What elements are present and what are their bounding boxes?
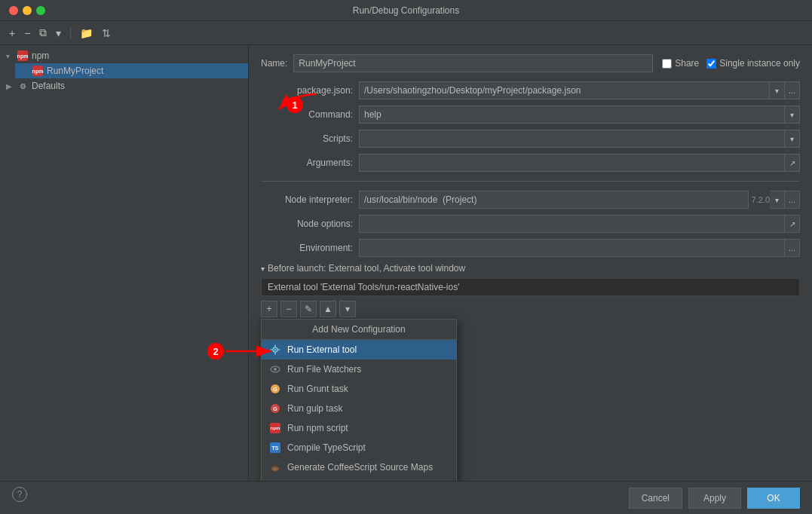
environment-extra-btn[interactable]: … bbox=[785, 239, 800, 257]
before-launch-section: ▾ Before launch: External tool, Activate… bbox=[261, 263, 800, 317]
node-interpreter-row: Node interpreter: 7.2.0 ▾ … bbox=[261, 191, 800, 209]
window-controls[interactable] bbox=[9, 6, 45, 15]
typescript-icon: TS bbox=[269, 442, 281, 454]
tree-label-npm: npm bbox=[32, 50, 49, 61]
arguments-label: Arguments: bbox=[261, 158, 359, 168]
copy-config-button[interactable]: ⧉ bbox=[36, 25, 50, 41]
dropdown-menu-header: Add New Configuration bbox=[262, 320, 456, 340]
menu-item-compile-typescript[interactable]: TS Compile TypeScript bbox=[262, 438, 456, 457]
command-input[interactable] bbox=[359, 106, 785, 124]
scripts-row: Scripts: ▾ bbox=[261, 130, 800, 148]
section-separator bbox=[261, 181, 800, 182]
coffee-icon bbox=[269, 461, 281, 473]
content-area: ▾ npm npm npm RunMyProject bbox=[0, 45, 812, 481]
close-button[interactable] bbox=[9, 6, 18, 15]
share-checkbox[interactable] bbox=[662, 59, 672, 69]
menu-item-run-file-watchers[interactable]: Run File Watchers bbox=[262, 359, 456, 379]
svg-rect-5 bbox=[278, 349, 280, 350]
environment-input-wrap: … bbox=[359, 239, 800, 257]
tree-children-npm: npm RunMyProject bbox=[0, 63, 248, 78]
menu-item-run-external-tool[interactable]: Run External tool bbox=[262, 340, 456, 359]
svg-text:G: G bbox=[273, 406, 277, 412]
tree-item-npm[interactable]: ▾ npm npm bbox=[0, 48, 248, 63]
package-json-extra-btn[interactable]: … bbox=[785, 81, 800, 99]
mini-toolbar: + Add New Configuration bbox=[261, 301, 800, 317]
svg-rect-2 bbox=[274, 345, 276, 347]
tree-label-defaults: Defaults bbox=[32, 81, 65, 91]
package-json-dropdown[interactable]: ▾ bbox=[770, 81, 785, 99]
environment-input[interactable] bbox=[359, 239, 785, 257]
menu-item-run-npm-script[interactable]: npm Run npm script bbox=[262, 418, 456, 438]
edit-before-launch-button[interactable]: ✎ bbox=[300, 301, 317, 317]
package-json-input[interactable] bbox=[359, 81, 770, 99]
tree-item-defaults[interactable]: ▶ ⚙ Defaults bbox=[0, 78, 248, 93]
node-version-badge: 7.2.0 bbox=[752, 195, 770, 204]
minimize-button[interactable] bbox=[23, 6, 32, 15]
menu-item-compile-typescript-label: Compile TypeScript bbox=[287, 442, 366, 453]
share-checkbox-label[interactable]: Share bbox=[662, 58, 699, 69]
window-title: Run/Debug Configurations bbox=[353, 5, 459, 16]
menu-item-run-external-tool-label: Run External tool bbox=[287, 344, 357, 355]
scripts-dropdown[interactable]: ▾ bbox=[785, 130, 800, 148]
single-instance-checkbox-label[interactable]: Single instance only bbox=[706, 58, 800, 69]
environment-row: Environment: … bbox=[261, 239, 800, 257]
node-interpreter-input[interactable] bbox=[359, 191, 749, 209]
add-config-button[interactable]: + bbox=[6, 26, 18, 41]
command-input-wrap: ▾ bbox=[359, 106, 800, 124]
menu-item-run-remote-external-tool[interactable]: Run Remote External tool bbox=[262, 477, 456, 481]
svg-text:G: G bbox=[273, 387, 277, 392]
name-input[interactable] bbox=[293, 54, 653, 72]
add-before-launch-button[interactable]: + bbox=[261, 301, 277, 317]
sort-button[interactable]: ⇅ bbox=[99, 26, 114, 41]
remove-config-button[interactable]: − bbox=[21, 26, 33, 41]
node-options-input[interactable] bbox=[359, 215, 785, 233]
menu-item-run-grunt-task-label: Run Grunt task bbox=[287, 384, 348, 394]
node-options-extra-btn[interactable]: ↗ bbox=[785, 215, 800, 233]
menu-item-run-npm-script-label: Run npm script bbox=[287, 423, 348, 433]
remove-before-launch-button[interactable]: − bbox=[280, 301, 297, 317]
move-down-before-launch-button[interactable]: ▾ bbox=[339, 301, 356, 317]
command-dropdown[interactable]: ▾ bbox=[785, 106, 800, 124]
move-up-before-launch-button[interactable]: ▲ bbox=[320, 301, 336, 317]
dropdown-arrow-button[interactable]: ▾ bbox=[53, 26, 64, 41]
node-interpreter-input-wrap: 7.2.0 ▾ … bbox=[359, 191, 800, 209]
package-json-row: package.json: ▾ … bbox=[261, 81, 800, 99]
gulp-icon: G bbox=[269, 402, 281, 415]
arguments-input[interactable] bbox=[359, 154, 785, 172]
apply-button[interactable]: Apply bbox=[688, 488, 741, 509]
right-panel: Name: Share Single instance only package… bbox=[249, 45, 812, 481]
ok-button[interactable]: OK bbox=[747, 488, 800, 509]
config-toolbar: + − ⧉ ▾ 📁 ⇅ bbox=[0, 21, 812, 45]
node-interpreter-dropdown[interactable]: ▾ bbox=[770, 191, 785, 209]
maximize-button[interactable] bbox=[36, 6, 45, 15]
gear-icon bbox=[269, 344, 281, 356]
tree-item-runmyproject[interactable]: npm RunMyProject bbox=[15, 63, 248, 78]
svg-rect-4 bbox=[271, 349, 273, 350]
single-instance-checkbox[interactable] bbox=[706, 59, 716, 69]
scripts-input[interactable] bbox=[359, 130, 785, 148]
menu-item-run-grunt-task[interactable]: G Run Grunt task bbox=[262, 379, 456, 399]
menu-item-run-gulp-task[interactable]: G Run gulp task bbox=[262, 399, 456, 418]
menu-item-generate-coffeescript[interactable]: Generate CoffeeScript Source Maps bbox=[262, 457, 456, 477]
tree-arrow-npm: ▾ bbox=[6, 52, 15, 60]
svg-point-12 bbox=[271, 467, 279, 471]
tree-arrow-defaults: ▶ bbox=[6, 82, 15, 90]
runmyproject-icon: npm bbox=[32, 65, 44, 77]
defaults-icon: ⚙ bbox=[17, 80, 29, 92]
folder-button[interactable]: 📁 bbox=[77, 26, 96, 41]
add-before-launch-container: + Add New Configuration bbox=[261, 301, 277, 317]
package-json-input-wrap: ▾ … bbox=[359, 81, 800, 99]
package-json-label: package.json: bbox=[261, 85, 359, 96]
before-launch-title: Before launch: External tool, Activate t… bbox=[268, 263, 465, 274]
svg-rect-3 bbox=[274, 353, 276, 355]
config-tree: ▾ npm npm npm RunMyProject bbox=[0, 45, 248, 481]
before-launch-arrow: ▾ bbox=[261, 265, 265, 273]
scripts-input-wrap: ▾ bbox=[359, 130, 800, 148]
arguments-extra-btn[interactable]: ↗ bbox=[785, 154, 800, 172]
header-options: Share Single instance only bbox=[662, 58, 800, 69]
svg-point-1 bbox=[274, 349, 276, 350]
cancel-button[interactable]: Cancel bbox=[629, 488, 682, 509]
node-interpreter-label: Node interpreter: bbox=[261, 194, 359, 205]
node-interpreter-extra-btn[interactable]: … bbox=[785, 191, 800, 209]
svg-point-7 bbox=[274, 368, 277, 371]
